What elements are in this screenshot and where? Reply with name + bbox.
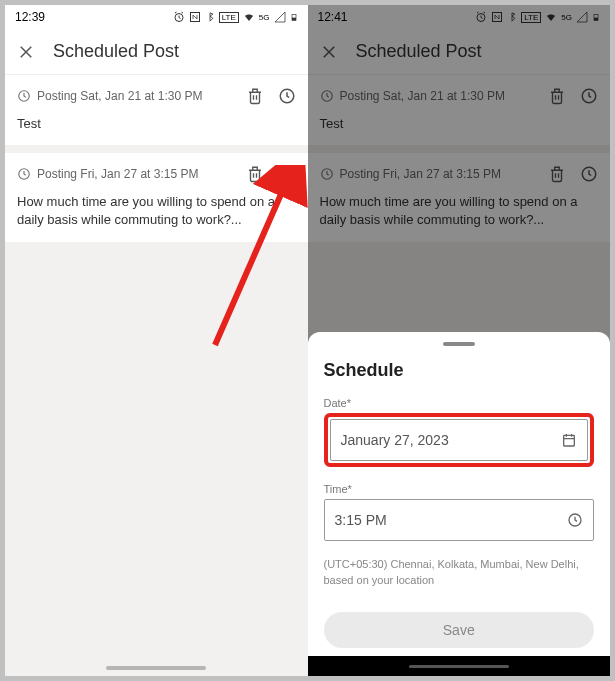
phone-right: 12:41 LTE 5G Scheduled Post Posting Sat,… xyxy=(308,5,611,676)
save-button[interactable]: Save xyxy=(324,612,595,648)
date-field-highlight: January 27, 2023 xyxy=(324,413,595,467)
close-icon[interactable] xyxy=(17,43,35,61)
bottom-nav-bar xyxy=(308,656,611,676)
post-schedule-text: Posting Fri, Jan 27 at 3:15 PM xyxy=(37,167,198,181)
timezone-text: (UTC+05:30) Chennai, Kolkata, Mumbai, Ne… xyxy=(324,557,595,588)
clock-icon xyxy=(17,89,31,103)
app-header: Scheduled Post xyxy=(5,29,308,75)
wifi-icon xyxy=(243,11,255,23)
battery-icon xyxy=(290,11,298,23)
post-schedule-text: Posting Sat, Jan 21 at 1:30 PM xyxy=(37,89,202,103)
nav-handle[interactable] xyxy=(409,665,509,668)
status-bar: 12:39 LTE 5G xyxy=(5,5,308,29)
time-label: Time* xyxy=(324,483,595,495)
svg-rect-3 xyxy=(292,18,296,21)
reschedule-clock-icon[interactable] xyxy=(278,87,296,105)
sheet-title: Schedule xyxy=(324,360,595,381)
post-body: Test xyxy=(17,115,296,133)
status-icons: LTE 5G xyxy=(173,11,298,23)
svg-rect-16 xyxy=(564,436,575,447)
signal-icon xyxy=(274,11,286,23)
phone-left: 12:39 LTE 5G Scheduled Post Posting Sat,… xyxy=(5,5,308,676)
page-title: Scheduled Post xyxy=(53,41,179,62)
time-input[interactable]: 3:15 PM xyxy=(324,499,595,541)
clock-icon xyxy=(567,512,583,528)
trash-icon[interactable] xyxy=(246,87,264,105)
post-body: How much time are you willing to spend o… xyxy=(17,193,296,229)
date-value: January 27, 2023 xyxy=(341,432,449,448)
status-time: 12:39 xyxy=(15,10,45,24)
post-card[interactable]: Posting Fri, Jan 27 at 3:15 PM How much … xyxy=(5,153,308,241)
post-card[interactable]: Posting Sat, Jan 21 at 1:30 PM Test xyxy=(5,75,308,145)
trash-icon[interactable] xyxy=(246,165,264,183)
date-label: Date* xyxy=(324,397,595,409)
date-input[interactable]: January 27, 2023 xyxy=(330,419,589,461)
nav-handle[interactable] xyxy=(106,666,206,670)
save-label: Save xyxy=(443,622,475,638)
alarm-icon xyxy=(173,11,185,23)
bluetooth-icon xyxy=(205,11,215,23)
drag-handle[interactable] xyxy=(443,342,475,346)
nfc-icon xyxy=(189,11,201,23)
clock-icon xyxy=(17,167,31,181)
reschedule-clock-icon[interactable] xyxy=(278,165,296,183)
schedule-bottom-sheet: Schedule Date* January 27, 2023 Time* 3:… xyxy=(308,332,611,676)
time-value: 3:15 PM xyxy=(335,512,387,528)
calendar-icon xyxy=(561,432,577,448)
